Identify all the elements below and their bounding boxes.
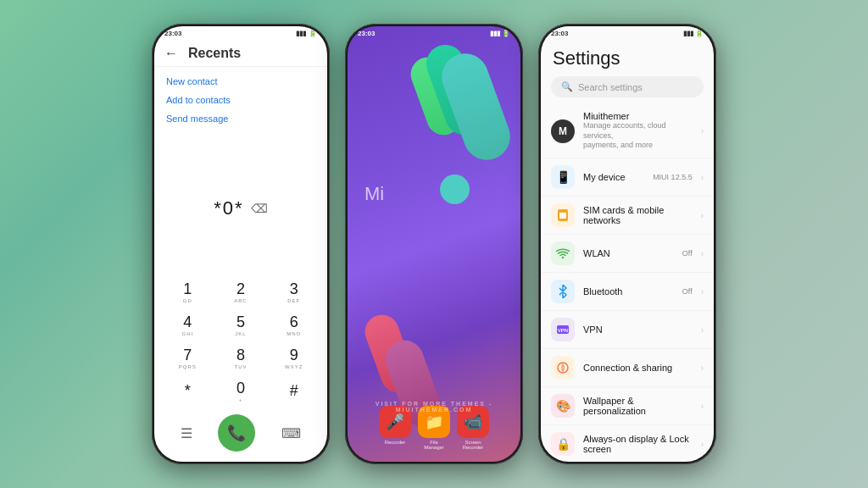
avatar: M [551,119,575,143]
app-screenrecorder-label: Screen Recorder [463,440,484,450]
status-bar-1: 23:03 ▮▮▮ 🔋 [154,26,327,39]
dial-key-7[interactable]: 7PQRS [161,341,214,374]
status-bar-2: 23:03 ▮▮▮ 🔋 [348,26,520,39]
watermark: VISIT FOR MORE THEMES - MIUITHEMER.COM [348,401,520,413]
dial-key-3[interactable]: 3DEF [267,275,320,308]
search-bar[interactable]: 🔍 Search settings [551,76,704,97]
deco-circle [440,175,470,204]
settings-item-wlan[interactable]: WLAN Off › [541,235,714,273]
dial-key-0[interactable]: 0+ [214,374,268,408]
settings-item-wallpaper[interactable]: 🎨 Wallpaper & personalization › [541,387,714,425]
dial-key-9[interactable]: 9WXYZ [267,341,320,374]
device-badge: MIUI 12.5.5 [653,173,693,181]
keypad-icon[interactable]: ⌨ [281,425,301,441]
connection-content: Connection & sharing [583,363,693,373]
dial-key-1[interactable]: 1GD [161,275,214,308]
dialpad-display: *0* ⌫ [154,133,327,275]
sim-icon [551,203,575,227]
arrow-icon-8: › [701,440,704,449]
settings-item-connection[interactable]: Connection & sharing › [541,349,714,387]
arrow-icon-4: › [701,287,704,297]
dialpad-bottom: ☰ 📞 ⌨ [154,408,327,462]
device-content: My device [583,172,644,182]
phone-3-screen: 23:03 ▮▮▮ 🔋 Settings 🔍 Search settings M… [541,26,714,462]
sim-content: SIM cards & mobile networks [583,205,693,225]
vpn-icon: VPN [551,318,575,341]
wallpaper-content: Wallpaper & personalization [583,396,693,416]
dialpad-delete[interactable]: ⌫ [251,202,268,215]
connection-title: Connection & sharing [583,363,693,373]
dial-key-8[interactable]: 8TUV [214,341,268,374]
status-icons-2: ▮▮▮ 🔋 [490,30,510,37]
dialpad-grid: 1GD 2ABC 3DEF 4GHI 5JKL 6MNO 7PQRS 8TUV … [154,275,327,408]
dial-key-4[interactable]: 4GHI [161,308,214,341]
device-icon: 📱 [551,165,575,189]
dial-key-star[interactable]: * [161,374,214,408]
app-filemanager-label: File Manager [424,440,444,450]
wlan-badge: Off [682,249,693,258]
settings-item-aod[interactable]: 🔒 Always-on display & Lock screen › [541,425,714,462]
dial-key-2[interactable]: 2ABC [214,275,268,308]
arrow-icon-3: › [701,249,704,258]
back-button[interactable]: ← [164,46,178,61]
connection-icon [551,356,575,380]
wallpaper-title: Wallpaper & personalization [583,396,693,416]
new-contact-link[interactable]: New contact [166,72,315,91]
time-3: 23:03 [551,30,568,37]
arrow-icon-2: › [701,211,704,220]
settings-item-vpn[interactable]: VPN VPN › [541,311,714,349]
app-recorder-label: Recorder [385,440,406,445]
settings-item-device[interactable]: 📱 My device MIUI 12.5.5 › [541,158,714,197]
status-bar-3: 23:03 ▮▮▮ 🔋 [541,26,714,39]
add-contact-link[interactable]: Add to contacts [166,91,315,109]
status-icons-3: ▮▮▮ 🔋 [683,30,704,37]
aod-content: Always-on display & Lock screen [583,434,693,454]
call-button[interactable]: 📞 [218,414,255,452]
recents-links: New contact Add to contacts Send message [154,67,327,133]
account-title: Miuithemer [583,111,693,121]
dial-key-hash[interactable]: # [267,374,320,408]
device-title: My device [583,172,644,182]
aod-title: Always-on display & Lock screen [583,434,693,454]
menu-icon[interactable]: ☰ [181,425,192,441]
settings-list: M Miuithemer Manage accounts, cloud serv… [541,104,714,462]
aod-icon: 🔒 [551,432,575,456]
search-icon: 🔍 [561,81,573,92]
wlan-icon [551,241,575,265]
arrow-icon-0: › [701,126,704,136]
settings-item-account[interactable]: M Miuithemer Manage accounts, cloud serv… [541,104,714,158]
vpn-content: VPN [583,324,693,335]
phone-1-screen: 23:03 ▮▮▮ 🔋 ← Recents New contact Add to… [154,26,327,462]
home-decorations: Mi VISIT FOR MORE THEMES - MIUITHEMER.CO… [348,39,520,462]
dial-key-5[interactable]: 5JKL [214,308,268,341]
mi-label: Mi [364,183,384,205]
bluetooth-title: Bluetooth [583,286,674,297]
account-content: Miuithemer Manage accounts, cloud servic… [583,111,693,151]
bluetooth-content: Bluetooth [583,286,674,297]
arrow-icon-1: › [701,173,704,182]
phone-2-screen: 23:03 ▮▮▮ 🔋 Mi VISIT FOR MORE THEMES - M… [348,26,520,462]
account-sub: Manage accounts, cloud services, payment… [583,121,693,151]
sim-title: SIM cards & mobile networks [583,205,693,225]
status-icons-1: ▮▮▮ 🔋 [296,30,317,37]
wlan-title: WLAN [583,248,674,258]
recents-title: Recents [188,46,241,61]
bluetooth-badge: Off [682,287,693,296]
dialpad-number: *0* [214,197,243,219]
svg-text:VPN: VPN [558,328,568,333]
settings-title: Settings [541,39,714,76]
arrow-icon-7: › [701,402,704,411]
phone-2: 23:03 ▮▮▮ 🔋 Mi VISIT FOR MORE THEMES - M… [345,24,523,464]
arrow-icon-6: › [701,363,704,373]
bluetooth-icon [551,280,575,303]
svg-rect-1 [559,213,566,219]
arrow-icon-5: › [701,325,704,335]
wallpaper-icon: 🎨 [551,394,575,418]
time-2: 23:03 [358,30,375,37]
settings-item-sim[interactable]: SIM cards & mobile networks › [541,197,714,235]
time-1: 23:03 [164,30,181,37]
settings-item-bluetooth[interactable]: Bluetooth Off › [541,273,714,311]
search-placeholder: Search settings [578,82,643,92]
dial-key-6[interactable]: 6MNO [267,308,320,341]
send-message-link[interactable]: Send message [166,109,315,128]
